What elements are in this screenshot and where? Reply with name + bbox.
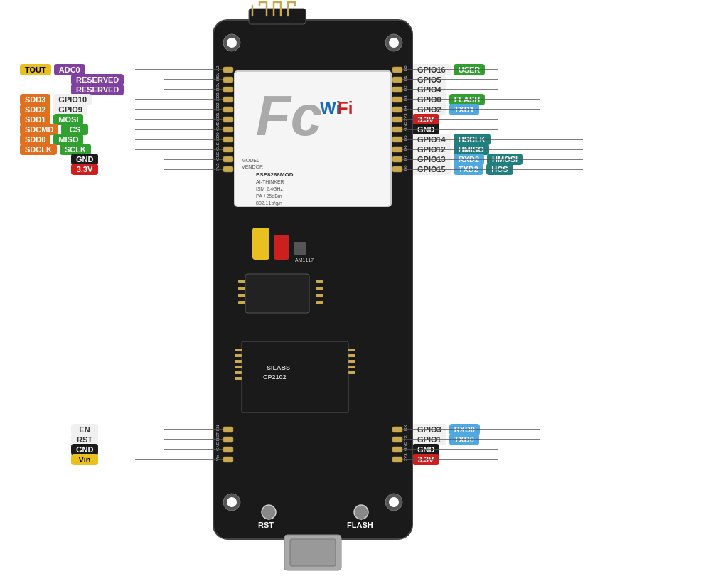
- svg-rect-75: [392, 166, 402, 172]
- svg-rect-37: [235, 349, 242, 351]
- svg-point-3: [227, 38, 237, 48]
- svg-text:D5: D5: [403, 135, 407, 141]
- svg-rect-35: [316, 301, 323, 304]
- svg-text:D6: D6: [403, 145, 407, 151]
- svg-rect-58: [223, 147, 233, 152]
- svg-rect-23: [252, 228, 269, 260]
- svg-text:D3: D3: [403, 95, 407, 101]
- svg-rect-66: [392, 77, 402, 83]
- svg-text:FLASH: FLASH: [347, 521, 373, 529]
- svg-rect-29: [238, 287, 245, 290]
- svg-rect-73: [392, 147, 402, 152]
- svg-rect-34: [316, 294, 323, 297]
- svg-point-7: [227, 497, 237, 507]
- svg-rect-65: [392, 67, 402, 73]
- svg-text:AI-THINKER: AI-THINKER: [256, 179, 284, 184]
- svg-rect-74: [392, 156, 402, 162]
- svg-rect-53: [223, 97, 233, 102]
- svg-text:TX: TX: [403, 435, 407, 441]
- svg-text:Fi: Fi: [338, 98, 353, 117]
- svg-rect-42: [235, 377, 242, 380]
- svg-text:RST: RST: [258, 521, 274, 529]
- svg-rect-30: [238, 294, 245, 297]
- svg-rect-78: [392, 447, 402, 452]
- svg-text:D1: D1: [403, 75, 407, 81]
- svg-text:802.11b/g/n: 802.11b/g/n: [256, 201, 282, 206]
- svg-rect-40: [235, 366, 242, 368]
- svg-rect-28: [238, 280, 245, 283]
- svg-rect-32: [316, 280, 323, 283]
- svg-rect-1: [249, 9, 306, 24]
- svg-text:SILABS: SILABS: [267, 364, 290, 371]
- svg-rect-50: [223, 67, 233, 73]
- svg-rect-44: [348, 354, 355, 357]
- svg-point-113: [354, 505, 368, 519]
- svg-rect-45: [348, 360, 355, 363]
- svg-rect-57: [223, 137, 233, 142]
- svg-rect-72: [392, 137, 402, 142]
- svg-text:A0: A0: [215, 65, 220, 71]
- svg-text:D2: D2: [403, 85, 407, 91]
- svg-rect-27: [245, 274, 309, 313]
- svg-text:ISM 2.4GHz: ISM 2.4GHz: [256, 186, 284, 191]
- svg-rect-63: [223, 447, 233, 452]
- svg-rect-61: [223, 427, 233, 432]
- svg-rect-25: [294, 242, 306, 255]
- svg-text:D7: D7: [403, 155, 407, 161]
- svg-rect-59: [223, 156, 233, 162]
- svg-text:CP2102: CP2102: [263, 373, 287, 381]
- svg-rect-24: [274, 235, 289, 260]
- svg-text:D8: D8: [403, 165, 407, 171]
- svg-rect-77: [392, 437, 402, 442]
- svg-rect-55: [223, 117, 233, 122]
- diagram-container: Fc Wi Fi MODEL VENDOR ESP8266MOD AI-THIN…: [0, 0, 728, 579]
- svg-rect-31: [238, 301, 245, 304]
- svg-rect-56: [223, 127, 233, 132]
- svg-rect-64: [223, 457, 233, 462]
- svg-point-9: [389, 497, 399, 507]
- svg-text:D0: D0: [403, 65, 407, 71]
- svg-rect-52: [223, 87, 233, 92]
- svg-text:AM1117: AM1117: [295, 257, 314, 262]
- svg-rect-54: [223, 107, 233, 112]
- svg-rect-46: [348, 366, 355, 368]
- svg-rect-68: [392, 97, 402, 102]
- svg-point-112: [262, 505, 276, 519]
- board-svg: Fc Wi Fi MODEL VENDOR ESP8266MOD AI-THIN…: [0, 0, 728, 579]
- svg-rect-76: [392, 427, 402, 432]
- svg-rect-38: [235, 354, 242, 357]
- svg-rect-69: [392, 107, 402, 112]
- svg-rect-79: [392, 457, 402, 462]
- svg-text:MODEL: MODEL: [242, 158, 259, 163]
- svg-rect-11: [290, 539, 336, 566]
- svg-text:VENDOR: VENDOR: [242, 164, 263, 169]
- svg-rect-39: [235, 360, 242, 363]
- svg-point-5: [389, 38, 399, 48]
- svg-rect-67: [392, 87, 402, 92]
- svg-rect-60: [223, 166, 233, 172]
- svg-rect-62: [223, 437, 233, 442]
- svg-text:D4: D4: [403, 105, 407, 111]
- svg-rect-47: [348, 371, 355, 374]
- svg-rect-70: [392, 117, 402, 122]
- svg-text:ESP8266MOD: ESP8266MOD: [256, 171, 294, 178]
- svg-rect-51: [223, 77, 233, 83]
- svg-text:Fc: Fc: [256, 84, 322, 147]
- svg-rect-33: [316, 287, 323, 290]
- svg-rect-43: [348, 349, 355, 351]
- svg-rect-36: [242, 341, 348, 413]
- svg-rect-71: [392, 127, 402, 132]
- svg-text:PA +25dBm: PA +25dBm: [256, 193, 282, 198]
- svg-rect-41: [235, 371, 242, 374]
